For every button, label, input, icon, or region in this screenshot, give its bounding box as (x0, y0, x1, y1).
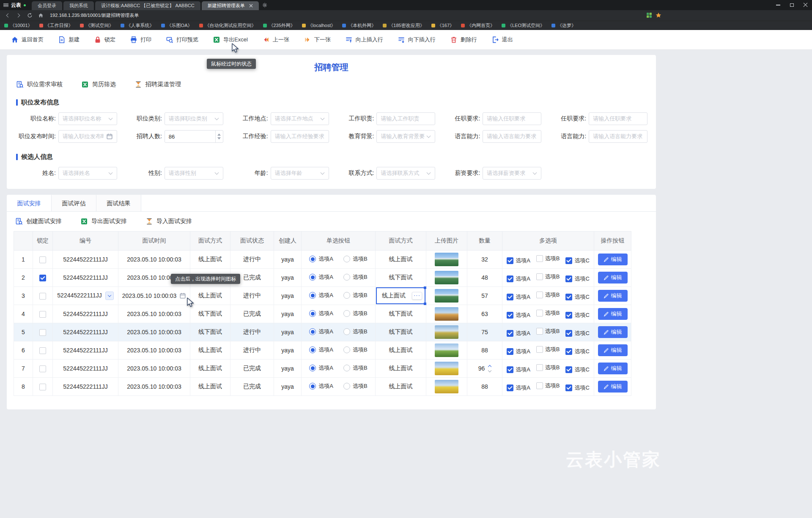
home-icon[interactable] (37, 12, 44, 19)
checkbox-option[interactable]: 选项C (565, 275, 589, 283)
cell-qty[interactable]: 96 (467, 360, 502, 378)
uploaded-image[interactable] (435, 325, 458, 339)
lock-checkbox[interactable] (39, 311, 46, 318)
favorite-star-icon[interactable] (656, 12, 661, 19)
cell-method2[interactable]: 线下面试 (376, 305, 426, 323)
cell-time[interactable]: 2023.05.10 10:00:03 (118, 341, 190, 360)
select-field[interactable]: 请选择职位类别 (165, 112, 223, 125)
uploaded-image[interactable] (435, 380, 458, 393)
browser-tab[interactable]: 会员登录 (32, 1, 62, 10)
cell-creator[interactable]: yaya (274, 251, 302, 269)
checkbox-option[interactable]: 选项C (565, 257, 589, 264)
cell-method[interactable]: 线上面试 (190, 287, 230, 305)
bookmark-item[interactable]: 《自动化测试应用空间》 (199, 22, 256, 29)
checkbox-option[interactable]: 选项B (536, 382, 560, 390)
cell-image[interactable] (426, 269, 467, 287)
cell-status[interactable]: 进行中 (230, 251, 274, 269)
edit-button[interactable]: 编辑 (598, 308, 628, 320)
extensions-icon[interactable] (646, 12, 652, 19)
cell-qty[interactable]: 32 (467, 251, 502, 269)
qty-stepper[interactable] (488, 365, 491, 372)
minimize-button[interactable] (771, 0, 785, 10)
cell-id[interactable]: 522445222111JJ (53, 287, 118, 305)
checkbox-option[interactable]: 选项C (565, 384, 589, 392)
bookmark-item[interactable]: 《LEO测试空间》 (502, 22, 545, 29)
bookmark-item[interactable]: 《本机外网》 (342, 22, 376, 29)
insert-row-above-button[interactable]: 向上插入行 (345, 36, 383, 44)
checkbox-option[interactable]: 选项B (536, 255, 560, 262)
lock-checkbox[interactable] (39, 384, 46, 390)
cell-creator[interactable]: yaya (274, 360, 302, 378)
cell-time[interactable]: 2023.05.10 10:00:03 (118, 323, 190, 341)
checkbox-option[interactable]: 选项C (565, 366, 589, 374)
page-action[interactable]: 招聘渠道管理 (134, 81, 181, 88)
text-field[interactable]: 请输入语言能力要求 (483, 130, 541, 143)
radio-option[interactable]: 选项B (343, 346, 368, 354)
checkbox-option[interactable]: 选项B (536, 309, 560, 317)
lock-checkbox[interactable] (39, 256, 46, 263)
cell-method2[interactable]: 线下面试 (376, 323, 426, 341)
insert-row-below-button[interactable]: 向下插入行 (398, 36, 436, 44)
cell-actions[interactable]: 编辑 (594, 360, 631, 378)
cell-image[interactable] (426, 323, 467, 341)
cell-lock[interactable] (33, 378, 53, 396)
radio-option[interactable]: 选项A (309, 346, 333, 354)
step-up-icon[interactable] (217, 134, 221, 136)
app-logo[interactable]: 云表 (3, 2, 26, 9)
bookmark-item[interactable]: 《235外网》 (263, 22, 295, 29)
exit-button[interactable]: 退出 (491, 36, 513, 44)
cell-lock[interactable] (33, 269, 53, 287)
text-field[interactable]: 请输入语言能力要求 (589, 130, 647, 143)
more-options-button[interactable] (412, 292, 422, 300)
cell-image[interactable] (426, 305, 467, 323)
bookmark-item[interactable]: 《乐图OA》 (161, 22, 192, 29)
prev-record-button[interactable]: 上一张 (262, 36, 289, 44)
browser-tab[interactable]: 我的系统 (63, 1, 94, 10)
interview-action[interactable]: 导入面试安排 (145, 218, 192, 225)
cell-actions[interactable]: 编辑 (594, 378, 631, 396)
select-field[interactable]: 请选择工作地点 (271, 112, 329, 125)
cell-method[interactable]: 线上面试 (190, 360, 230, 378)
cell-id[interactable]: 522445222111JJ (53, 305, 118, 323)
checkbox-option[interactable]: 选项C (565, 293, 589, 301)
cell-id[interactable]: 522445222111JJ (53, 341, 118, 360)
cell-image[interactable] (426, 251, 467, 269)
checkbox-option[interactable]: 选项C (565, 311, 589, 319)
cell-actions[interactable]: 编辑 (594, 323, 631, 341)
maximize-button[interactable] (785, 0, 798, 10)
bookmark-item[interactable]: 《10001》 (4, 22, 33, 29)
cell-lock[interactable] (33, 341, 53, 360)
browser-tab[interactable]: 设计模板:AABBCC 【已被您锁定】 AABBCC (95, 1, 200, 10)
uploaded-image[interactable] (435, 362, 458, 375)
refresh-icon[interactable] (26, 12, 33, 19)
radio-option[interactable]: 选项A (309, 273, 333, 281)
delete-row-button[interactable]: 删除行 (450, 36, 477, 44)
edit-button[interactable]: 编辑 (598, 290, 628, 302)
cell-method2[interactable]: 线上面试 (376, 378, 426, 396)
cell-status[interactable]: 已完成 (230, 360, 274, 378)
cell-creator[interactable]: yaya (274, 269, 302, 287)
browser-tab[interactable]: 新建招聘管理表单 (202, 1, 259, 10)
text-field[interactable]: 请输入工作职责 (376, 112, 435, 125)
checkbox-option[interactable]: 选项C (565, 348, 589, 355)
new-tab-gear-icon[interactable] (262, 3, 267, 8)
number-stepper[interactable] (215, 131, 223, 142)
edit-button[interactable]: 编辑 (598, 254, 628, 265)
tab-close-icon[interactable] (249, 4, 253, 8)
cell-status[interactable]: 进行中 (230, 287, 274, 305)
bookmark-item[interactable]: 《人事系统》 (121, 22, 154, 29)
checkbox-option[interactable]: 选项B (536, 291, 560, 299)
cell-id[interactable]: 522445222111JJ (53, 378, 118, 396)
page-action[interactable]: 职位需求审核 (16, 81, 63, 88)
checkbox-option[interactable]: 选项A (507, 257, 530, 264)
step-down-icon[interactable] (217, 137, 221, 139)
cell-time[interactable]: 2023.05.10 10:00:03 (118, 287, 190, 305)
interview-action[interactable]: 导出面试安排 (80, 218, 127, 225)
bookmark-item[interactable]: 《167》 (431, 22, 454, 29)
chevron-down-icon[interactable] (105, 292, 114, 300)
cell-method2[interactable]: 线上面试 (376, 251, 426, 269)
cell-method[interactable]: 线上面试 (190, 251, 230, 269)
cell-method2[interactable]: 线下面试 (376, 269, 426, 287)
select-field[interactable]: 请选择姓名 (58, 167, 117, 180)
cell-creator[interactable]: yaya (274, 341, 302, 360)
